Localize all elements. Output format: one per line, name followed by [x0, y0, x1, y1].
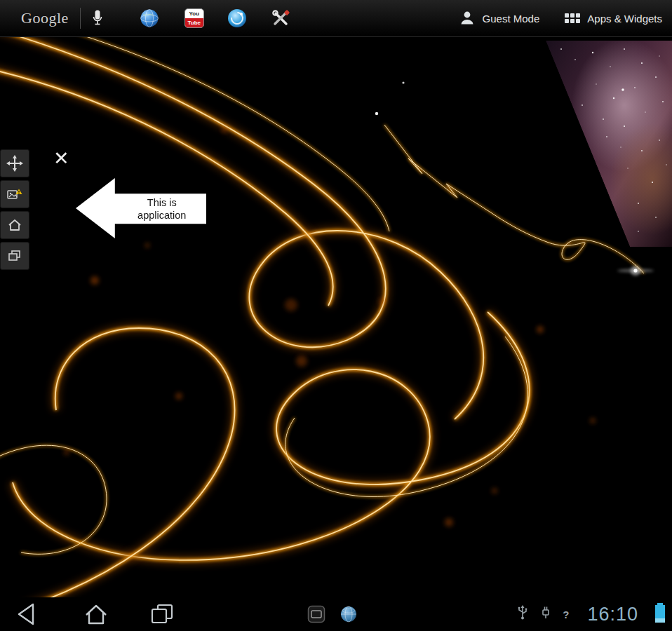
- back-button[interactable]: [11, 599, 43, 630]
- usb-plug-icon: [540, 605, 551, 623]
- recents-icon: [146, 599, 178, 630]
- google-search-logo[interactable]: Google: [21, 9, 69, 27]
- recents-button[interactable]: [146, 599, 178, 630]
- move-toolbar-button[interactable]: [0, 149, 29, 177]
- top-action-bar: Google You: [0, 0, 672, 37]
- home-small-icon: [8, 219, 22, 231]
- globe-status-button[interactable]: [340, 605, 358, 623]
- voice-search-icon[interactable]: [92, 9, 103, 27]
- screenshot-side-toolbar: [0, 149, 29, 270]
- capture-warning-button[interactable]: [0, 180, 29, 208]
- apps-grid-icon: [565, 13, 580, 23]
- divider: [80, 8, 81, 29]
- android-tablet-home-screen: Google You: [0, 0, 672, 631]
- youtube-logo: You Tube: [184, 8, 204, 28]
- annotation-callout: This is application: [76, 178, 206, 238]
- wallpaper-light-painting: [0, 0, 672, 631]
- system-navigation-bar: ? 16:10: [0, 597, 672, 631]
- youtube-shortcut-icon[interactable]: You Tube: [184, 8, 204, 28]
- screenshot-app-button[interactable]: [307, 605, 325, 623]
- location-app-shortcut-icon[interactable]: [227, 8, 248, 29]
- screenshot-thumbnail-icon: [307, 605, 325, 623]
- apps-widgets-label: Apps & Widgets: [587, 13, 662, 25]
- callout-line2: application: [137, 209, 186, 222]
- callout-line1: This is: [147, 196, 177, 209]
- action-bar-right: Guest Mode Apps & Widgets: [459, 9, 662, 28]
- guest-mode-label: Guest Mode: [483, 13, 540, 25]
- windows-toolbar-button[interactable]: [0, 242, 29, 270]
- close-icon[interactable]: ✕: [53, 149, 69, 168]
- back-icon: [11, 599, 43, 630]
- unknown-status-icon: ?: [563, 609, 569, 620]
- callout-text: This is application: [119, 194, 205, 224]
- screenshot-warning-icon: [7, 187, 22, 201]
- home-toolbar-button[interactable]: [0, 211, 29, 239]
- globe-icon: [340, 605, 358, 623]
- browser-shortcut-icon[interactable]: [140, 8, 159, 28]
- home-icon: [80, 599, 112, 630]
- guest-mode-button[interactable]: Guest Mode: [459, 9, 540, 28]
- guest-mode-icon: [459, 9, 476, 28]
- home-button[interactable]: [80, 599, 112, 630]
- clock-time: 16:10: [587, 604, 638, 625]
- tools-settings-icon[interactable]: [270, 8, 291, 29]
- navbar-center-icons: [307, 597, 358, 631]
- usb-connected-icon: [516, 605, 529, 623]
- overlapping-windows-icon: [8, 250, 22, 262]
- apps-widgets-button[interactable]: Apps & Widgets: [565, 13, 662, 25]
- status-cluster: ? 16:10: [516, 597, 666, 631]
- battery-icon: [654, 602, 666, 626]
- move-icon: [6, 155, 23, 172]
